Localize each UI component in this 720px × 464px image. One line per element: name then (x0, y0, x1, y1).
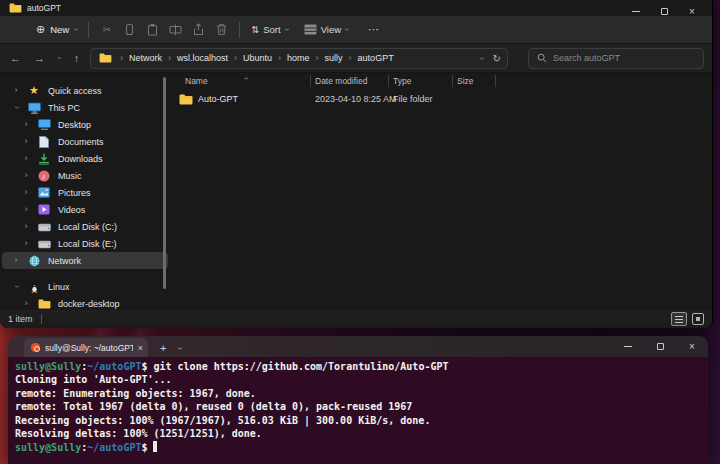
up-button[interactable]: ↑ (74, 52, 80, 64)
paste-button[interactable] (146, 23, 159, 36)
breadcrumb[interactable]: › Network › wsl.localhost › Ubuntu › hom… (90, 48, 508, 69)
breadcrumb-separator: › (349, 53, 352, 63)
sidebar-item-music[interactable]: › ♪ Music (2, 167, 168, 184)
disk-icon (37, 239, 51, 249)
navigation-buttons: ← → › ↑ (10, 52, 90, 64)
navigation-pane: › ★ Quick access › This PC › Desktop › D… (0, 73, 170, 310)
terminal-output[interactable]: sully@Sully:~/autoGPT$git clone https://… (8, 357, 708, 464)
view-button[interactable]: View › (304, 24, 348, 35)
refresh-button[interactable]: ↻ (493, 53, 501, 64)
explorer-status-bar: 1 item (0, 310, 712, 328)
desktop-icon (37, 119, 51, 130)
explorer-address-bar: ← → › ↑ › Network › wsl.localhost › Ubun… (0, 44, 712, 73)
details-view-button[interactable] (671, 312, 687, 326)
file-name: Auto-GPT (198, 94, 238, 104)
toolbar-divider (239, 22, 240, 38)
chevron-right-icon: › (22, 188, 30, 197)
sidebar-item-local-disk-e[interactable]: › Local Disk (E:) (2, 235, 168, 252)
forward-button[interactable]: → (34, 52, 45, 64)
breadcrumb-path: › Network › wsl.localhost › Ubuntu › hom… (99, 53, 480, 63)
breadcrumb-separator: › (234, 53, 237, 63)
column-headers: Name › Date modified Type Size (170, 73, 712, 90)
copy-button[interactable] (123, 23, 136, 36)
search-input[interactable] (553, 53, 683, 63)
column-divider[interactable] (495, 75, 496, 87)
sidebar-item-label: Local Disk (E:) (58, 239, 117, 249)
sidebar-item-local-disk-c[interactable]: › Local Disk (C:) (2, 218, 168, 235)
file-row-auto-gpt[interactable]: Auto-GPT 2023-04-10 8:25 AM File folder (170, 93, 712, 109)
column-header-name[interactable]: Name (185, 76, 208, 86)
minimize-button[interactable] (612, 336, 644, 357)
delete-button[interactable] (215, 23, 228, 36)
chevron-right-icon: › (22, 171, 30, 180)
terminal-cursor (153, 441, 157, 452)
sidebar-item-label: Network (48, 256, 81, 266)
column-header-size[interactable]: Size (457, 76, 474, 86)
column-header-type[interactable]: Type (393, 76, 411, 86)
sidebar-item-label: Documents (58, 137, 104, 147)
sidebar-item-linux[interactable]: › Linux (2, 278, 168, 295)
sidebar-item-label: Downloads (58, 154, 103, 164)
breadcrumb-separator: › (120, 53, 123, 63)
file-list-pane: Name › Date modified Type Size Auto-GPT … (170, 73, 712, 310)
view-icon (304, 24, 317, 35)
cut-button[interactable]: ✂ (100, 23, 113, 36)
share-button[interactable] (192, 23, 205, 36)
sidebar-item-label: Quick access (48, 86, 102, 96)
sidebar-item-label: Pictures (58, 188, 91, 198)
close-button[interactable]: × (678, 2, 706, 20)
breadcrumb-item-wsl-localhost[interactable]: wsl.localhost (177, 53, 228, 63)
breadcrumb-separator: › (168, 53, 171, 63)
folder-icon (99, 53, 112, 63)
sidebar-item-documents[interactable]: › Documents (2, 133, 168, 150)
sidebar-item-label: Desktop (58, 120, 91, 130)
maximize-button[interactable] (650, 2, 678, 20)
file-type: File folder (393, 94, 433, 104)
new-tab-button[interactable]: + (160, 342, 166, 354)
toolbar-icon-group: ✂ (100, 23, 228, 36)
sidebar-item-quick-access[interactable]: › ★ Quick access (2, 82, 168, 99)
address-dropdown-button[interactable]: › (477, 57, 486, 60)
breadcrumb-item-sully[interactable]: sully (325, 53, 343, 63)
close-button[interactable]: × (676, 336, 708, 357)
more-options-button[interactable]: ⋯ (368, 23, 379, 36)
terminal-tab[interactable]: sully@Sully: ~/autoGPT × (24, 338, 148, 357)
terminal-output-line: Receiving objects: 100% (1967/1967), 516… (15, 415, 708, 428)
column-header-date-modified[interactable]: Date modified (315, 76, 367, 86)
monitor-icon (27, 102, 41, 114)
back-button[interactable]: ← (10, 52, 21, 64)
sidebar-item-desktop[interactable]: › Desktop (2, 116, 168, 133)
chevron-right-icon: › (22, 299, 30, 308)
breadcrumb-item-home[interactable]: home (287, 53, 310, 63)
minimize-button[interactable] (622, 2, 650, 20)
sort-button[interactable]: ⇅ Sort › (251, 24, 287, 35)
breadcrumb-item-ubuntu[interactable]: Ubuntu (243, 53, 272, 63)
sort-button-label: Sort (263, 24, 280, 35)
column-divider[interactable] (310, 75, 311, 87)
status-divider (41, 314, 42, 324)
recent-locations-button[interactable]: › (55, 57, 63, 60)
chevron-right-icon: › (22, 239, 30, 248)
sidebar-scrollbar[interactable] (163, 77, 166, 289)
breadcrumb-separator: › (278, 53, 281, 63)
rename-button[interactable] (169, 23, 182, 36)
thumbnails-view-button[interactable] (692, 313, 704, 325)
tab-close-icon[interactable]: × (138, 343, 143, 353)
column-divider[interactable] (388, 75, 389, 87)
chevron-right-icon: › (22, 205, 30, 214)
explorer-tab-autogpt[interactable]: autoGPT (9, 1, 61, 15)
breadcrumb-item-autogpt[interactable]: autoGPT (358, 53, 394, 63)
sidebar-item-downloads[interactable]: › Downloads (2, 150, 168, 167)
search-box[interactable] (528, 48, 704, 69)
sidebar-item-network[interactable]: › Network (2, 252, 168, 269)
maximize-button[interactable] (644, 336, 676, 357)
sidebar-item-videos[interactable]: › Videos (2, 201, 168, 218)
folder-icon (179, 94, 193, 107)
new-button[interactable]: ⊕ New › (36, 23, 77, 36)
sidebar-item-label: Music (58, 171, 82, 181)
sidebar-item-pictures[interactable]: › Pictures (2, 184, 168, 201)
tab-dropdown-button[interactable]: › (175, 347, 184, 350)
sidebar-item-this-pc[interactable]: › This PC (2, 99, 168, 116)
column-divider[interactable] (452, 75, 453, 87)
breadcrumb-item-network[interactable]: Network (129, 53, 162, 63)
